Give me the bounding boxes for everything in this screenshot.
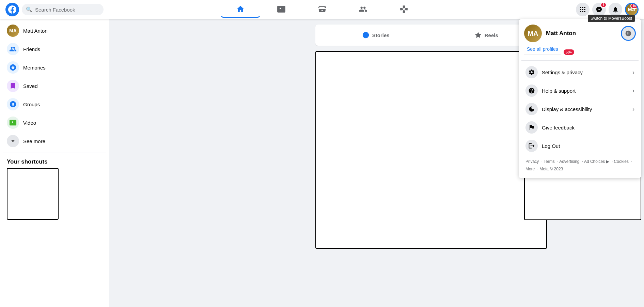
shortcuts-section: Your shortcuts: [3, 156, 106, 222]
nav-gaming[interactable]: [384, 1, 424, 18]
nav-video[interactable]: [262, 1, 301, 18]
menu-item-help[interactable]: Help & support ›: [521, 82, 639, 99]
svg-point-8: [584, 11, 585, 12]
sidebar-item-see-more[interactable]: See more: [3, 132, 106, 150]
see-more-icon: [7, 135, 19, 147]
logout-icon: [525, 140, 538, 152]
footer-terms[interactable]: Terms: [544, 159, 555, 164]
profile-avatar-button[interactable]: MA 10: [625, 3, 639, 16]
settings-icon: [525, 66, 538, 78]
dropdown-menu: MA Matt Anton Switch to MoversBoost See …: [519, 19, 641, 178]
svg-point-1: [582, 7, 583, 8]
sidebar-item-groups[interactable]: Groups: [3, 95, 106, 113]
topnav: 🔍 Search Facebook: [0, 0, 644, 19]
menu-item-feedback[interactable]: Give feedback: [521, 119, 639, 136]
menu-item-feedback-left: Give feedback: [525, 121, 575, 134]
dropdown-menu-items: Settings & privacy › Help & support › Di…: [521, 63, 639, 155]
feedback-icon: [525, 121, 538, 134]
profile-badge: 10: [630, 3, 638, 9]
switch-profile-button[interactable]: Switch to MoversBoost: [621, 26, 636, 41]
footer-links: Privacy · Terms · Advertising · Ad Choic…: [521, 155, 639, 175]
help-label: Help & support: [542, 88, 576, 94]
svg-point-5: [584, 9, 585, 10]
sidebar-item-saved[interactable]: Saved: [3, 77, 106, 95]
svg-point-3: [580, 9, 581, 10]
topnav-center: [114, 1, 530, 18]
menu-item-help-left: Help & support: [525, 85, 576, 97]
sidebar-video-label: Video: [23, 120, 36, 126]
sidebar-saved-label: Saved: [23, 83, 38, 89]
menu-item-left: Settings & privacy: [525, 66, 583, 78]
sidebar-left: MA Matt Anton Friends Memories Saved Gro…: [0, 19, 109, 254]
nav-groups[interactable]: [343, 1, 383, 18]
topnav-left: 🔍 Search Facebook: [5, 3, 114, 16]
reels-label: Reels: [485, 32, 498, 38]
shortcut-box: [7, 168, 59, 220]
sidebar-groups-label: Groups: [23, 102, 40, 107]
sidebar-item-video[interactable]: Video: [3, 114, 106, 132]
facebook-logo[interactable]: [5, 3, 19, 16]
sidebar-divider: [3, 153, 106, 153]
svg-point-4: [582, 9, 583, 10]
post-feed-box: [315, 51, 547, 249]
search-icon: 🔍: [26, 6, 32, 13]
display-icon: [525, 103, 538, 115]
see-all-profiles-link[interactable]: See all profiles: [524, 46, 561, 55]
messenger-badge: 1: [600, 2, 607, 8]
footer-advertising[interactable]: Advertising: [559, 159, 579, 164]
friends-icon: [7, 43, 19, 55]
feedback-label: Give feedback: [542, 125, 575, 131]
search-placeholder: Search Facebook: [35, 7, 75, 13]
help-chevron: ›: [632, 87, 634, 94]
profile-count-badge: 50+: [564, 49, 574, 55]
dropdown-username: Matt Anton: [546, 30, 576, 37]
menu-item-logout-left: Log Out: [525, 140, 560, 152]
stories-label: Stories: [372, 32, 390, 38]
menu-item-settings[interactable]: Settings & privacy ›: [521, 63, 639, 81]
messenger-button[interactable]: 1: [592, 3, 606, 16]
dropdown-header: MA Matt Anton Switch to MoversBoost: [521, 22, 639, 45]
shortcuts-title: Your shortcuts: [7, 158, 102, 165]
menu-item-display-left: Display & accessibility: [525, 103, 592, 115]
settings-chevron: ›: [632, 69, 634, 76]
sidebar-item-memories[interactable]: Memories: [3, 59, 106, 76]
stories-tab[interactable]: Stories: [321, 29, 431, 42]
footer-copyright: Meta © 2023: [539, 167, 563, 171]
groups-icon: [7, 98, 19, 110]
settings-label: Settings & privacy: [542, 70, 583, 75]
sidebar-item-friends[interactable]: Friends: [3, 40, 106, 58]
footer-ad-choices[interactable]: Ad Choices ▶: [584, 159, 609, 164]
svg-point-7: [582, 11, 583, 12]
display-chevron: ›: [632, 106, 634, 113]
saved-icon: [7, 80, 19, 92]
sidebar-profile-name: Matt Anton: [23, 28, 48, 34]
sidebar-memories-label: Memories: [23, 65, 46, 71]
sidebar-friends-label: Friends: [23, 46, 40, 52]
svg-point-6: [580, 11, 581, 12]
logout-label: Log Out: [542, 143, 560, 149]
footer-privacy[interactable]: Privacy: [525, 159, 539, 164]
nav-marketplace[interactable]: [302, 1, 342, 18]
help-icon: [525, 85, 538, 97]
svg-point-0: [580, 7, 581, 8]
dropdown-user[interactable]: MA Matt Anton: [524, 25, 576, 42]
profile-avatar: MA: [7, 25, 19, 37]
search-bar[interactable]: 🔍 Search Facebook: [22, 4, 104, 15]
menu-item-display[interactable]: Display & accessibility ›: [521, 100, 639, 118]
display-label: Display & accessibility: [542, 106, 592, 112]
sidebar-see-more-label: See more: [23, 138, 45, 144]
switch-tooltip: Switch to MoversBoost: [588, 15, 635, 22]
svg-point-2: [584, 7, 585, 8]
topnav-right: 1 MA 10: [530, 3, 639, 16]
grid-menu-button[interactable]: [576, 3, 590, 16]
memories-icon: [7, 61, 19, 74]
menu-item-logout[interactable]: Log Out: [521, 137, 639, 155]
sidebar-item-profile[interactable]: MA Matt Anton: [3, 22, 106, 40]
footer-more[interactable]: More: [525, 167, 535, 171]
stories-reels-bar: Stories Reels: [315, 25, 547, 46]
footer-cookies[interactable]: Cookies: [614, 159, 629, 164]
notifications-button[interactable]: [609, 3, 622, 16]
video-icon: [7, 117, 19, 129]
nav-home[interactable]: [221, 1, 260, 18]
dropdown-avatar: MA: [524, 25, 542, 42]
